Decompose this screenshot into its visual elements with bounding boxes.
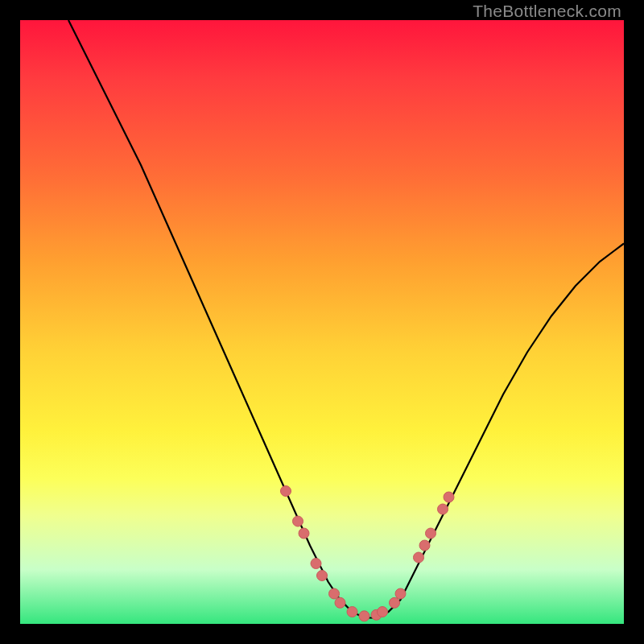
curve-markers (281, 486, 455, 621)
chart-svg (20, 20, 624, 624)
curve-marker (438, 504, 448, 514)
curve-marker (299, 528, 309, 539)
curve-marker (335, 597, 345, 608)
curve-marker (390, 597, 400, 608)
curve-marker (414, 552, 424, 563)
curve-marker (281, 486, 291, 497)
curve-marker (317, 571, 328, 581)
curve-marker (426, 528, 436, 539)
curve-marker (395, 588, 406, 599)
curve-marker (293, 516, 303, 526)
curve-marker (444, 492, 454, 502)
curve-marker (359, 611, 369, 621)
curve-marker (329, 588, 340, 599)
curve-marker (347, 607, 357, 617)
watermark-text: TheBottleneck.com (473, 2, 621, 21)
curve-marker (419, 540, 430, 551)
bottleneck-curve (68, 20, 624, 618)
curve-marker (378, 607, 388, 617)
curve-marker (311, 559, 321, 569)
